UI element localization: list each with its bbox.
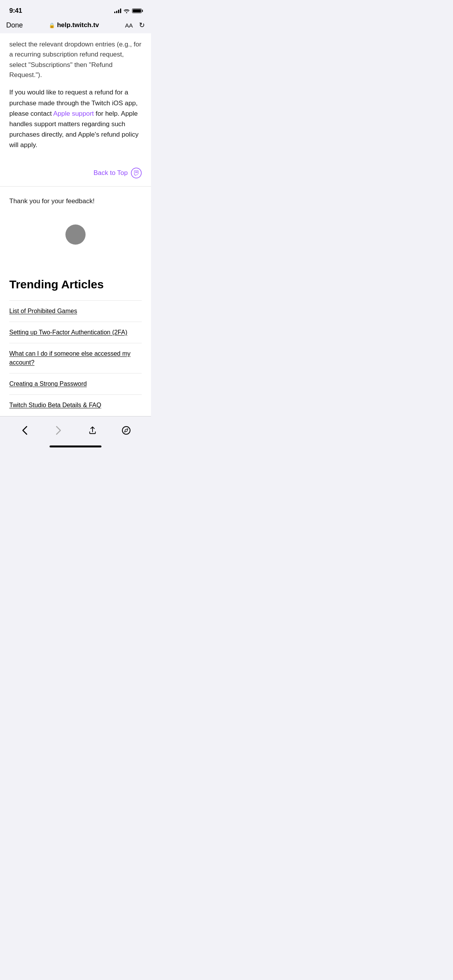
feedback-section: Thank you for your feedback! — [0, 187, 151, 266]
svg-rect-2 — [137, 171, 137, 173]
back-to-top-button[interactable]: Back to Top — [93, 168, 142, 178]
chevron-right-icon — [56, 426, 61, 435]
svg-point-3 — [122, 427, 130, 434]
browser-chrome: Done 🔒 help.twitch.tv AA ↻ — [0, 19, 151, 33]
url-text: help.twitch.tv — [57, 21, 99, 29]
article-link-3[interactable]: Creating a Strong Password — [9, 380, 87, 387]
list-item: List of Prohibited Games — [9, 300, 142, 322]
feedback-circle — [65, 224, 86, 245]
chevron-left-icon — [22, 426, 27, 435]
share-button[interactable] — [84, 422, 101, 439]
feedback-circle-row — [9, 217, 142, 256]
intro-paragraph: select the relevant dropdown entries (e.… — [9, 39, 142, 80]
font-size-button[interactable]: AA — [125, 22, 133, 29]
article-list: List of Prohibited Games Setting up Two-… — [9, 300, 142, 416]
article-link-4[interactable]: Twitch Studio Beta Details & FAQ — [9, 402, 101, 408]
article-link-1[interactable]: Setting up Two-Factor Authentication (2F… — [9, 329, 127, 336]
article-link-2[interactable]: What can I do if someone else accessed m… — [9, 350, 130, 365]
url-bar[interactable]: 🔒 help.twitch.tv — [49, 21, 99, 29]
battery-icon — [132, 9, 142, 13]
list-item: Creating a Strong Password — [9, 373, 142, 394]
article-link-0[interactable]: List of Prohibited Games — [9, 308, 77, 314]
svg-rect-1 — [136, 171, 136, 173]
compass-icon — [122, 426, 131, 435]
lock-icon: 🔒 — [49, 22, 55, 28]
share-icon — [88, 426, 97, 435]
wifi-icon — [124, 9, 130, 13]
compass-button[interactable] — [118, 422, 135, 439]
content-area: select the relevant dropdown entries (e.… — [0, 33, 151, 416]
twitch-logo-icon — [131, 168, 142, 178]
back-to-top-label: Back to Top — [93, 169, 128, 177]
refresh-button[interactable]: ↻ — [139, 21, 145, 29]
browser-controls: AA ↻ — [125, 21, 145, 29]
trending-section: Trending Articles List of Prohibited Gam… — [0, 266, 151, 416]
status-time: 9:41 — [9, 7, 22, 15]
signal-bars-icon — [114, 9, 121, 13]
back-to-top-row: Back to Top — [0, 164, 151, 186]
status-bar: 9:41 — [0, 0, 151, 19]
article-body: select the relevant dropdown entries (e.… — [0, 33, 151, 164]
home-indicator — [50, 445, 101, 447]
status-icons — [114, 9, 142, 13]
list-item: Twitch Studio Beta Details & FAQ — [9, 394, 142, 416]
done-button[interactable]: Done — [6, 21, 23, 29]
bottom-nav — [0, 416, 151, 451]
list-item: Setting up Two-Factor Authentication (2F… — [9, 322, 142, 343]
trending-title: Trending Articles — [9, 278, 142, 291]
feedback-text: Thank you for your feedback! — [9, 197, 142, 205]
forward-button[interactable] — [50, 422, 67, 439]
list-item: What can I do if someone else accessed m… — [9, 343, 142, 373]
main-paragraph: If you would like to request a refund fo… — [9, 87, 142, 150]
back-button[interactable] — [16, 422, 33, 439]
apple-support-link[interactable]: Apple support — [53, 110, 94, 117]
